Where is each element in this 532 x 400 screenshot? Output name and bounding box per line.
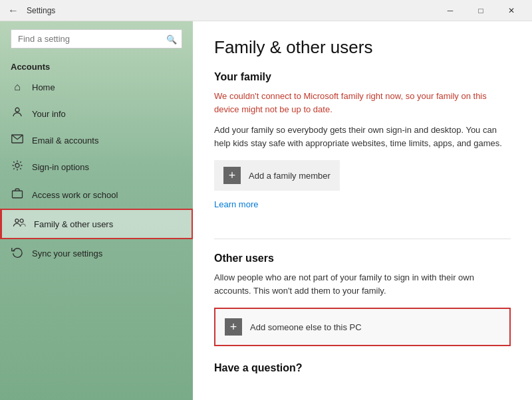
learn-more-link[interactable]: Learn more	[214, 199, 258, 209]
titlebar-left: ← Settings	[5, 5, 55, 17]
search-input[interactable]	[11, 29, 182, 49]
home-icon: ⌂	[11, 81, 24, 93]
your-family-section-title: Your family	[214, 71, 511, 83]
titlebar: ← Settings ─ □ ✕	[0, 0, 532, 21]
svg-point-4	[15, 219, 19, 223]
content-area: 🔍 Accounts ⌂ Home Your info	[0, 21, 532, 400]
sidebar: 🔍 Accounts ⌂ Home Your info	[0, 21, 193, 400]
titlebar-controls: ─ □ ✕	[435, 0, 527, 21]
sidebar-item-access-work[interactable]: Access work or school	[0, 181, 193, 209]
sidebar-item-access-work-label: Access work or school	[32, 190, 118, 200]
family-description: Add your family so everybody gets their …	[214, 124, 511, 150]
add-someone-label: Add someone else to this PC	[250, 322, 362, 332]
add-family-member-button[interactable]: + Add a family member	[214, 160, 340, 191]
family-icon	[13, 217, 26, 231]
search-icon: 🔍	[166, 34, 177, 44]
add-someone-button[interactable]: + Add someone else to this PC	[214, 308, 511, 346]
plus-icon: +	[223, 167, 241, 184]
sidebar-item-sync[interactable]: Sync your settings	[0, 239, 193, 267]
error-message: We couldn't connect to Microsoft family …	[214, 90, 511, 116]
sidebar-item-signin-label: Sign-in options	[32, 162, 89, 172]
sidebar-item-email-label: Email & accounts	[32, 136, 98, 146]
titlebar-title: Settings	[27, 6, 55, 15]
svg-point-5	[20, 219, 23, 223]
sidebar-item-home-label: Home	[32, 82, 55, 92]
sidebar-item-home[interactable]: ⌂ Home	[0, 74, 193, 100]
sidebar-item-email-accounts[interactable]: Email & accounts	[0, 128, 193, 153]
svg-rect-3	[13, 191, 23, 198]
email-icon	[11, 134, 24, 146]
section-divider	[214, 239, 511, 239]
minimize-button[interactable]: ─	[435, 0, 466, 21]
sidebar-item-your-info[interactable]: Your info	[0, 100, 193, 128]
signin-icon	[11, 159, 24, 174]
sidebar-section-title: Accounts	[0, 56, 193, 74]
search-container: 🔍	[11, 29, 182, 49]
sidebar-item-sync-label: Sync your settings	[32, 249, 102, 258]
plus-icon-2: +	[225, 318, 242, 336]
close-button[interactable]: ✕	[496, 0, 527, 21]
add-family-member-label: Add a family member	[249, 171, 331, 181]
person-icon	[11, 106, 24, 121]
other-users-description: Allow people who are not part of your fa…	[214, 271, 511, 297]
work-icon	[11, 187, 24, 202]
svg-point-0	[15, 108, 19, 112]
maximize-button[interactable]: □	[466, 0, 496, 21]
back-button[interactable]: ←	[5, 5, 21, 17]
sidebar-item-family[interactable]: Family & other users	[0, 209, 193, 239]
sidebar-item-family-label: Family & other users	[34, 219, 113, 229]
main-content: Family & other users Your family We coul…	[193, 21, 532, 400]
sidebar-item-your-info-label: Your info	[32, 109, 66, 119]
sync-icon	[11, 246, 24, 260]
sidebar-item-sign-in[interactable]: Sign-in options	[0, 153, 193, 181]
other-users-section-title: Other users	[214, 252, 511, 264]
have-question-title: Have a question?	[214, 362, 511, 374]
svg-point-2	[15, 163, 19, 167]
settings-window: ← Settings ─ □ ✕ 🔍 Accounts ⌂ Home	[0, 0, 532, 400]
page-title: Family & other users	[214, 37, 511, 58]
